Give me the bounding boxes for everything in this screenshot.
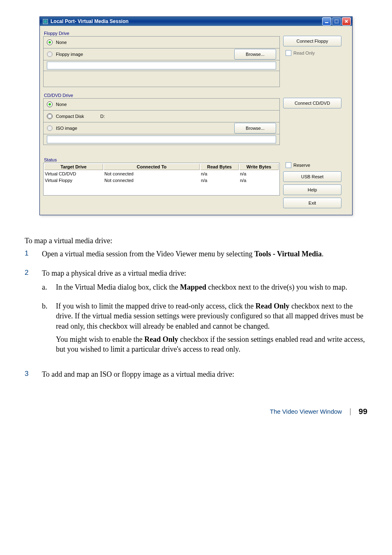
minimize-button[interactable]: [322, 17, 331, 25]
floppy-group-label: Floppy Drive: [44, 31, 280, 36]
cd-compact-label: Compact Disk: [56, 114, 97, 119]
step-number: 3: [25, 369, 42, 382]
floppy-spacer: [43, 71, 280, 87]
close-button[interactable]: [342, 17, 351, 25]
radio-disabled-icon: [47, 125, 53, 131]
svg-rect-2: [325, 22, 328, 23]
connect-floppy-button[interactable]: Connect Floppy: [283, 36, 341, 46]
cd-group-label: CD/DVD Drive: [44, 93, 280, 98]
col-connected: Connected To: [104, 164, 200, 170]
iso-path-input[interactable]: [47, 136, 276, 143]
reserve-checkbox[interactable]: Reserve: [286, 162, 349, 168]
table-row[interactable]: Virtual Floppy Not connected n/a n/a: [44, 177, 279, 183]
table-row[interactable]: Virtual CD/DVD Not connected n/a n/a: [44, 171, 279, 177]
page-footer: The Video Viewer Window | 99: [25, 407, 367, 416]
floppy-browse-button[interactable]: Browse...: [234, 49, 276, 60]
reserve-label: Reserve: [293, 163, 310, 168]
radio-selected-icon: [47, 39, 53, 45]
read-only-checkbox[interactable]: Read Only: [286, 50, 349, 56]
cd-compact-row[interactable]: Compact Disk D:: [43, 111, 280, 122]
radio-selected-icon: [47, 101, 53, 107]
checkbox-icon: [286, 50, 291, 56]
cd-browse-button[interactable]: Browse...: [234, 123, 276, 134]
svg-rect-1: [44, 20, 47, 23]
cd-none-row[interactable]: None: [43, 98, 280, 111]
titlebar: Local Port- Virtual Media Session: [40, 17, 352, 26]
status-group-label: Status: [44, 157, 280, 162]
footer-title: The Video Viewer Window: [270, 408, 342, 415]
cd-iso-label: ISO image: [56, 126, 93, 131]
step-number: 1: [25, 249, 42, 262]
status-table: Target Drive Connected To Read Bytes Wri…: [43, 163, 280, 196]
connect-cd-button[interactable]: Connect CD/DVD: [283, 98, 341, 108]
page-number: 99: [359, 407, 367, 416]
col-read: Read Bytes: [201, 164, 239, 170]
radio-unselected-icon: [47, 113, 53, 119]
document-body: To map a virtual media drive: 1 Open a v…: [25, 236, 367, 382]
cd-drive-letter: D:: [100, 114, 105, 119]
read-only-label: Read Only: [293, 51, 315, 55]
checkbox-icon: [286, 162, 291, 168]
footer-separator: |: [349, 407, 351, 416]
cd-iso-row[interactable]: ISO image Browse...: [43, 122, 280, 134]
help-button[interactable]: Help: [283, 184, 341, 195]
col-write: Write Bytes: [240, 164, 279, 170]
floppy-image-row[interactable]: Floppy image Browse...: [43, 48, 280, 60]
cd-none-label: None: [56, 102, 67, 107]
exit-button[interactable]: Exit: [283, 198, 341, 208]
col-target: Target Drive: [44, 164, 103, 170]
substep-letter: a.: [42, 282, 56, 295]
floppy-none-row[interactable]: None: [43, 36, 280, 48]
svg-rect-3: [335, 20, 338, 23]
usb-reset-button[interactable]: USB Reset: [283, 171, 341, 182]
intro-text: To map a virtual media drive:: [25, 236, 367, 246]
floppy-path-input[interactable]: [47, 62, 276, 69]
radio-disabled-icon: [47, 51, 53, 57]
virtual-media-dialog: Local Port- Virtual Media Session Floppy…: [39, 16, 353, 215]
substep-letter: b.: [42, 301, 56, 357]
floppy-none-label: None: [56, 40, 67, 45]
maximize-button[interactable]: [332, 17, 341, 25]
step-number: 2: [25, 268, 42, 364]
window-title: Local Port- Virtual Media Session: [51, 18, 129, 24]
floppy-image-label: Floppy image: [56, 52, 93, 57]
app-icon: [42, 18, 48, 24]
